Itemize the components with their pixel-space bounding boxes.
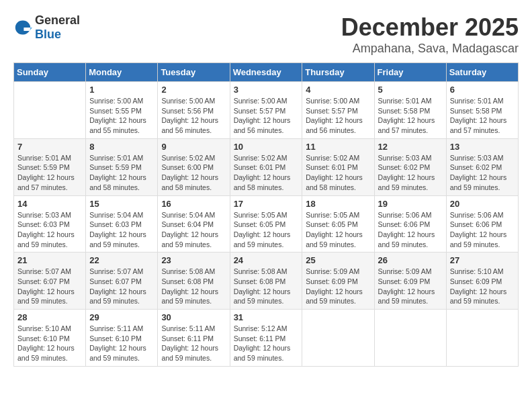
logo-text: General Blue [35,13,80,42]
calendar-cell: 23Sunrise: 5:08 AM Sunset: 6:08 PM Dayli… [158,253,230,310]
day-number: 25 [306,255,370,265]
calendar-cell: 15Sunrise: 5:04 AM Sunset: 6:03 PM Dayli… [86,195,158,253]
day-number: 10 [234,142,299,152]
calendar-cell: 1Sunrise: 5:00 AM Sunset: 5:55 PM Daylig… [86,82,158,139]
day-info: Sunrise: 5:00 AM Sunset: 5:57 PM Dayligh… [306,96,370,136]
calendar-cell: 31Sunrise: 5:12 AM Sunset: 6:11 PM Dayli… [230,310,302,367]
day-info: Sunrise: 5:01 AM Sunset: 5:58 PM Dayligh… [378,96,443,136]
calendar-cell: 11Sunrise: 5:02 AM Sunset: 6:01 PM Dayli… [302,138,374,195]
day-info: Sunrise: 5:02 AM Sunset: 6:01 PM Dayligh… [234,153,299,193]
day-number: 20 [450,199,515,209]
day-number: 13 [450,142,515,152]
day-number: 1 [89,85,154,95]
day-number: 5 [378,85,443,95]
header-sunday: Sunday [14,63,86,82]
day-number: 27 [450,255,515,265]
day-info: Sunrise: 5:00 AM Sunset: 5:56 PM Dayligh… [161,96,226,136]
calendar-body: 1Sunrise: 5:00 AM Sunset: 5:55 PM Daylig… [14,82,519,367]
calendar-week-row: 28Sunrise: 5:10 AM Sunset: 6:10 PM Dayli… [14,310,519,367]
calendar-cell: 6Sunrise: 5:01 AM Sunset: 5:58 PM Daylig… [446,82,518,139]
calendar-cell [446,310,518,367]
day-number: 4 [306,85,370,95]
day-info: Sunrise: 5:00 AM Sunset: 5:57 PM Dayligh… [234,96,299,136]
calendar-week-row: 1Sunrise: 5:00 AM Sunset: 5:55 PM Daylig… [14,82,519,139]
day-number: 18 [306,199,370,209]
calendar-cell: 25Sunrise: 5:09 AM Sunset: 6:09 PM Dayli… [302,253,374,310]
location-title: Ampahana, Sava, Madagascar [341,42,519,56]
day-info: Sunrise: 5:03 AM Sunset: 6:03 PM Dayligh… [17,210,82,250]
header-monday: Monday [86,63,158,82]
day-info: Sunrise: 5:07 AM Sunset: 6:07 PM Dayligh… [89,267,154,306]
day-info: Sunrise: 5:01 AM Sunset: 5:59 PM Dayligh… [89,153,154,193]
month-title: December 2025 [341,13,519,42]
day-info: Sunrise: 5:05 AM Sunset: 6:05 PM Dayligh… [306,210,370,250]
calendar-cell: 16Sunrise: 5:04 AM Sunset: 6:04 PM Dayli… [158,195,230,253]
day-number: 12 [378,142,443,152]
day-number: 7 [17,142,82,152]
header-thursday: Thursday [302,63,374,82]
day-number: 19 [378,199,443,209]
day-number: 16 [161,199,226,209]
logo-icon [13,18,32,37]
title-area: December 2025 Ampahana, Sava, Madagascar [341,13,519,56]
day-number: 24 [234,255,299,265]
day-info: Sunrise: 5:07 AM Sunset: 6:07 PM Dayligh… [17,267,82,306]
day-number: 30 [161,312,226,322]
header-saturday: Saturday [446,63,518,82]
calendar-cell [14,82,86,139]
calendar-cell: 24Sunrise: 5:08 AM Sunset: 6:08 PM Dayli… [230,253,302,310]
day-info: Sunrise: 5:04 AM Sunset: 6:04 PM Dayligh… [161,210,226,250]
day-info: Sunrise: 5:12 AM Sunset: 6:11 PM Dayligh… [234,324,299,363]
day-info: Sunrise: 5:03 AM Sunset: 6:02 PM Dayligh… [450,153,515,193]
day-info: Sunrise: 5:05 AM Sunset: 6:05 PM Dayligh… [234,210,299,250]
day-number: 15 [89,199,154,209]
calendar-cell [374,310,446,367]
day-info: Sunrise: 5:04 AM Sunset: 6:03 PM Dayligh… [89,210,154,250]
calendar-cell: 8Sunrise: 5:01 AM Sunset: 5:59 PM Daylig… [86,138,158,195]
calendar-cell: 10Sunrise: 5:02 AM Sunset: 6:01 PM Dayli… [230,138,302,195]
calendar-cell: 29Sunrise: 5:11 AM Sunset: 6:10 PM Dayli… [86,310,158,367]
day-number: 9 [161,142,226,152]
calendar-cell: 19Sunrise: 5:06 AM Sunset: 6:06 PM Dayli… [374,195,446,253]
day-number: 8 [89,142,154,152]
header-friday: Friday [374,63,446,82]
day-info: Sunrise: 5:06 AM Sunset: 6:06 PM Dayligh… [450,210,515,250]
day-number: 31 [234,312,299,322]
calendar-cell: 2Sunrise: 5:00 AM Sunset: 5:56 PM Daylig… [158,82,230,139]
day-number: 23 [161,255,226,265]
header-wednesday: Wednesday [230,63,302,82]
calendar-cell: 7Sunrise: 5:01 AM Sunset: 5:59 PM Daylig… [14,138,86,195]
day-number: 14 [17,199,82,209]
calendar-cell: 9Sunrise: 5:02 AM Sunset: 6:00 PM Daylig… [158,138,230,195]
day-info: Sunrise: 5:08 AM Sunset: 6:08 PM Dayligh… [234,267,299,306]
day-info: Sunrise: 5:10 AM Sunset: 6:09 PM Dayligh… [450,267,515,306]
day-info: Sunrise: 5:10 AM Sunset: 6:10 PM Dayligh… [17,324,82,363]
calendar-cell: 22Sunrise: 5:07 AM Sunset: 6:07 PM Dayli… [86,253,158,310]
calendar-cell: 26Sunrise: 5:09 AM Sunset: 6:09 PM Dayli… [374,253,446,310]
logo: General Blue [13,13,80,42]
calendar-cell: 3Sunrise: 5:00 AM Sunset: 5:57 PM Daylig… [230,82,302,139]
calendar-cell: 12Sunrise: 5:03 AM Sunset: 6:02 PM Dayli… [374,138,446,195]
day-number: 28 [17,312,82,322]
calendar-cell: 30Sunrise: 5:11 AM Sunset: 6:11 PM Dayli… [158,310,230,367]
calendar-cell: 5Sunrise: 5:01 AM Sunset: 5:58 PM Daylig… [374,82,446,139]
day-info: Sunrise: 5:11 AM Sunset: 6:11 PM Dayligh… [161,324,226,363]
calendar-cell: 28Sunrise: 5:10 AM Sunset: 6:10 PM Dayli… [14,310,86,367]
day-info: Sunrise: 5:00 AM Sunset: 5:55 PM Dayligh… [89,96,154,136]
calendar-cell: 17Sunrise: 5:05 AM Sunset: 6:05 PM Dayli… [230,195,302,253]
day-info: Sunrise: 5:09 AM Sunset: 6:09 PM Dayligh… [306,267,370,306]
page-header: General Blue December 2025 Ampahana, Sav… [13,13,519,56]
day-info: Sunrise: 5:08 AM Sunset: 6:08 PM Dayligh… [161,267,226,306]
header-tuesday: Tuesday [158,63,230,82]
calendar-cell: 14Sunrise: 5:03 AM Sunset: 6:03 PM Dayli… [14,195,86,253]
calendar-week-row: 7Sunrise: 5:01 AM Sunset: 5:59 PM Daylig… [14,138,519,195]
day-number: 6 [450,85,515,95]
day-number: 22 [89,255,154,265]
calendar-table: Sunday Monday Tuesday Wednesday Thursday… [13,62,519,367]
calendar-header-row: Sunday Monday Tuesday Wednesday Thursday… [14,63,519,82]
calendar-week-row: 14Sunrise: 5:03 AM Sunset: 6:03 PM Dayli… [14,195,519,253]
day-number: 17 [234,199,299,209]
logo-general: General [35,13,80,27]
day-number: 29 [89,312,154,322]
day-info: Sunrise: 5:03 AM Sunset: 6:02 PM Dayligh… [378,153,443,193]
